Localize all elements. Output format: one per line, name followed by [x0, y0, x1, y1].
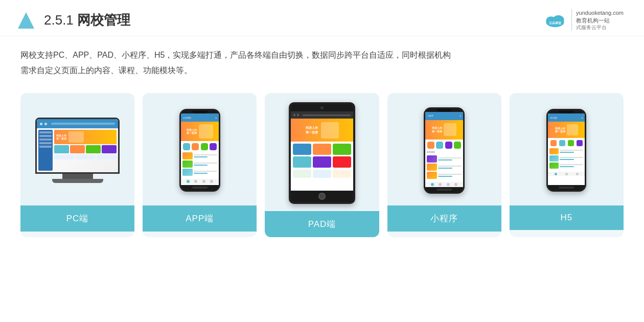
card-pad-image: 招进人的第一堂课	[265, 93, 379, 211]
card-app-label: APP端	[143, 205, 257, 232]
card-h5-image: H5页面 ● 招进人的第一堂课	[510, 93, 624, 205]
page-title: 2.5.1 网校管理	[44, 11, 130, 29]
card-miniprogram-label: 小程序	[387, 205, 501, 232]
card-pc: 招进人的第一堂课	[20, 93, 134, 237]
section-number: 2.5.1	[44, 12, 74, 28]
description-line1: 网校支持PC、APP、PAD、小程序、H5，实现多端打通，产品各终端自由切换，数…	[20, 48, 624, 63]
brand-text: yunduoketang.com 教育机构一站 式服务云平台	[571, 9, 624, 31]
card-pc-label: PC端	[20, 205, 134, 232]
logo-icon	[15, 9, 37, 31]
pc-monitor-mockup: 招进人的第一堂课	[35, 118, 120, 183]
card-pad-label: PAD端	[265, 211, 379, 237]
header: 2.5.1 网校管理 云朵课堂 yunduoketang.com 教育机	[0, 0, 644, 36]
card-h5-label: H5	[510, 205, 624, 230]
header-left: 2.5.1 网校管理	[15, 9, 130, 31]
svg-marker-0	[18, 12, 34, 29]
brand-tagline2: 式服务云平台	[576, 24, 607, 31]
brand-tagline1: 教育机构一站	[576, 17, 610, 24]
card-miniprogram: 小程序 ● 招进人的第一堂课 推荐课程	[387, 93, 501, 237]
description-area: 网校支持PC、APP、PAD、小程序、H5，实现多端打通，产品各终端自由切换，数…	[0, 36, 644, 83]
phone-h5-mockup: H5页面 ● 招进人的第一堂课	[546, 109, 586, 192]
card-miniprogram-image: 小程序 ● 招进人的第一堂课 推荐课程	[387, 93, 501, 205]
pad-mockup: 招进人的第一堂课	[289, 102, 355, 204]
phone-app-mockup: 云朵课堂 ● 招进人的第一堂课	[179, 109, 220, 192]
platform-cards: 招进人的第一堂课	[0, 83, 644, 247]
card-app-image: 云朵课堂 ● 招进人的第一堂课	[143, 93, 257, 205]
title-main: 网校管理	[77, 12, 130, 28]
page: 2.5.1 网校管理 云朵课堂 yunduoketang.com 教育机	[0, 0, 644, 322]
brand-cloud-icon: 云朵课堂	[543, 10, 567, 30]
card-app: 云朵课堂 ● 招进人的第一堂课	[143, 93, 257, 237]
card-pad: 招进人的第一堂课	[265, 93, 379, 237]
svg-text:云朵课堂: 云朵课堂	[549, 21, 561, 25]
brand-url: yunduoketang.com	[576, 9, 624, 16]
card-h5: H5页面 ● 招进人的第一堂课	[510, 93, 624, 237]
card-pc-image: 招进人的第一堂课	[20, 93, 134, 205]
brand-logo: 云朵课堂 yunduoketang.com 教育机构一站 式服务云平台	[543, 9, 624, 31]
description-line2: 需求自定义页面上的内容、课程、功能模块等。	[20, 63, 624, 78]
phone-miniprogram-mockup: 小程序 ● 招进人的第一堂课 推荐课程	[424, 107, 465, 194]
